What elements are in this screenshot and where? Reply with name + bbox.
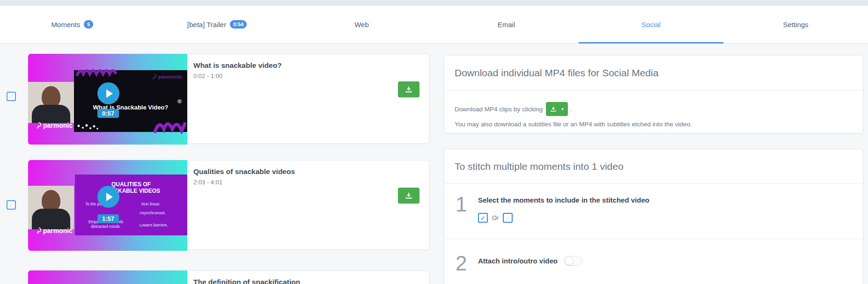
social-tab-page: Moments 5 [beta] Trailer 0:54 Web Email … — [0, 0, 868, 284]
moment-3-thumbnail[interactable] — [28, 270, 187, 284]
webcam-overlay — [28, 186, 74, 229]
tab-label: Web — [354, 21, 369, 29]
moment-time-range: 2:03 - 4:01 — [193, 179, 222, 186]
moment-card-3: The definition of snackification 6:54 - … — [28, 270, 429, 284]
step-2-instruction: Attach intro/outro video — [478, 257, 558, 265]
slide-bullet: Asynchronous. — [140, 211, 166, 215]
window-top-strip — [0, 0, 868, 6]
wave-decoration — [154, 118, 186, 134]
moment-card-2: QUALITIES OF SNACKABLE VIDEOS To the poi… — [28, 160, 429, 250]
tab-settings[interactable]: Settings — [723, 6, 868, 43]
tab-label: Email — [498, 21, 515, 29]
stitch-panel-title: To stitch multiple moments into 1 video — [444, 149, 863, 184]
moment-1-thumbnail[interactable]: parmonic What is Snackable Video? — [28, 54, 187, 145]
play-button[interactable] — [97, 186, 119, 208]
select-all-checkbox[interactable]: ✓ — [478, 213, 488, 223]
play-button[interactable] — [97, 82, 119, 104]
download-panel-body: Download MP4 clips by clicking ▾ . You m… — [444, 91, 863, 128]
tab-label: [beta] Trailer — [187, 21, 226, 29]
flamingo-icon — [36, 122, 42, 129]
download-instruction-text: Download MP4 clips by clicking — [455, 106, 543, 113]
tab-label: Settings — [783, 21, 808, 29]
tab-bar: Moments 5 [beta] Trailer 0:54 Web Email … — [0, 6, 868, 44]
slide-heading: QUALITIES OF SNACKABLE VIDEOS — [75, 181, 187, 194]
intro-outro-toggle[interactable] — [564, 256, 583, 266]
moment-title: The definition of snackification — [193, 278, 300, 284]
flamingo-icon — [36, 227, 42, 234]
download-icon — [550, 106, 557, 112]
moment-2-checkbox[interactable]: ✓ — [7, 200, 16, 210]
stitch-step-1: 1 Select the moments to include in the s… — [444, 184, 863, 239]
download-mp4-button[interactable] — [398, 188, 419, 204]
step-1-instruction: Select the moments to include in the sti… — [478, 196, 649, 204]
step-number: 2 — [456, 253, 467, 274]
tab-label: Social — [641, 21, 661, 29]
download-mp4-button[interactable] — [398, 81, 419, 97]
video-title-overlay: What is Snackable Video? — [74, 104, 187, 111]
tab-moments[interactable]: Moments 5 — [0, 6, 145, 43]
tab-social[interactable]: Social — [579, 6, 723, 43]
tab-label: Moments — [51, 21, 81, 29]
flamingo-icon — [152, 74, 157, 80]
moment-title: Qualities of snackable videos — [193, 167, 295, 176]
download-panel-title: Download individual MP4 files for Social… — [444, 56, 863, 91]
dots-decoration — [77, 124, 99, 131]
squiggle-decoration — [76, 67, 118, 78]
parmonic-logo: parmonic — [36, 227, 73, 234]
check-icon: ✓ — [505, 214, 511, 222]
tab-trailer[interactable]: [beta] Trailer 0:54 — [145, 6, 289, 43]
webcam-overlay — [28, 82, 74, 123]
tab-email[interactable]: Email — [434, 6, 579, 43]
parmonic-logo: parmonic — [36, 122, 73, 129]
sentence-period: . — [570, 106, 572, 113]
check-icon: ✓ — [9, 93, 14, 100]
duration-badge: 1:57 — [97, 214, 119, 223]
moment-1-checkbox[interactable]: ✓ — [7, 92, 16, 101]
check-icon: ✓ — [480, 214, 486, 222]
slide-frame: QUALITIES OF SNACKABLE VIDEOS To the poi… — [75, 175, 187, 235]
check-icon: ✓ — [9, 202, 14, 209]
download-icon — [405, 192, 412, 199]
caret-down-icon[interactable]: ▾ — [561, 107, 564, 111]
speaker-shoulders — [32, 105, 70, 123]
moment-card-1: parmonic What is Snackable Video? — [28, 54, 429, 144]
download-icon — [405, 86, 412, 93]
slide-bullet: Lowers barriers. — [140, 223, 168, 227]
subtitles-note-text: You may also download a subtitles file o… — [455, 121, 853, 128]
download-panel: Download individual MP4 files for Social… — [444, 55, 863, 133]
stitch-step-2: 2 Attach intro/outro video — [444, 239, 863, 284]
duration-badge: 0:57 — [97, 109, 119, 118]
moment-title: What is snackable video? — [193, 61, 282, 70]
progress-dot — [177, 99, 182, 103]
moments-count-badge: 5 — [84, 20, 93, 29]
parmonic-logo: parmonic — [152, 74, 183, 80]
toggle-knob — [565, 256, 574, 265]
step-number: 1 — [456, 194, 467, 215]
play-icon — [106, 193, 113, 201]
download-split-button[interactable]: ▾ — [546, 102, 568, 116]
moment-2-thumbnail[interactable]: QUALITIES OF SNACKABLE VIDEOS To the poi… — [28, 160, 187, 251]
play-icon — [106, 89, 113, 98]
slide-bullet: Non linear. — [141, 202, 161, 206]
select-mode-row: ✓ Or ✓ — [478, 213, 513, 223]
or-label: Or — [492, 214, 499, 221]
select-individual-checkbox[interactable]: ✓ — [503, 213, 513, 223]
tab-web[interactable]: Web — [289, 6, 434, 43]
speaker-shoulders — [32, 209, 70, 229]
moment-time-range: 0:02 - 1:00 — [193, 73, 222, 80]
video-frame: parmonic What is Snackable Video? — [74, 70, 187, 132]
stitch-panel: To stitch multiple moments into 1 video … — [444, 149, 863, 284]
trailer-duration-badge: 0:54 — [230, 20, 247, 29]
